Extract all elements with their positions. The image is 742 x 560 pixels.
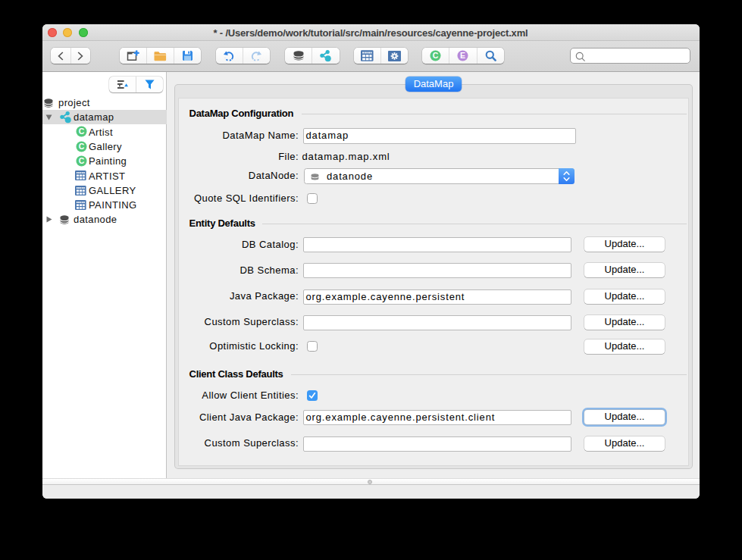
svg-text:C: C <box>433 51 439 60</box>
svg-text:E: E <box>460 51 465 60</box>
